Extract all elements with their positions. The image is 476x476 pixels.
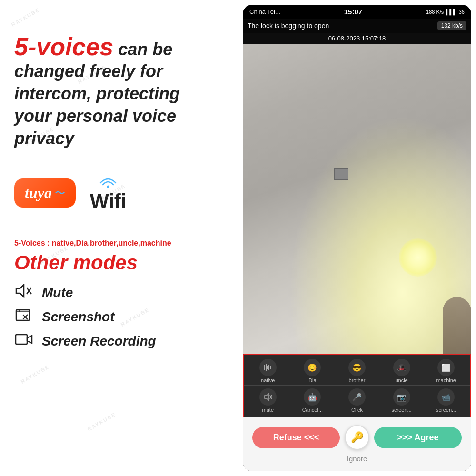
svg-rect-11 xyxy=(264,365,265,370)
tuya-wifi-section: tuya 〜 Wifi xyxy=(14,173,219,213)
svg-rect-12 xyxy=(266,364,267,371)
voice-native-btn[interactable]: native xyxy=(251,359,285,383)
screenshot-label: Screenshot xyxy=(42,309,115,325)
machine-icon: ⬜ xyxy=(437,359,455,376)
action-click-icon: 🎤 xyxy=(348,388,366,406)
battery-text: 36 xyxy=(459,9,465,15)
screen-recording-label: Screen Recording xyxy=(42,334,156,349)
action-cancel-label: Cancel... xyxy=(302,407,323,413)
mute-mode-item: Mute xyxy=(14,284,219,301)
light-source xyxy=(399,238,437,277)
svg-marker-16 xyxy=(265,394,268,400)
voice-uncle-btn[interactable]: 🎩 uncle xyxy=(385,359,418,383)
brother-icon: 😎 xyxy=(348,359,366,376)
voice-modes-panel: native 😊 Dia 😎 brother 🎩 uncle ⬜ machine xyxy=(243,354,471,417)
headline-normal-text: can be xyxy=(113,40,172,59)
status-bar: China Tel... 15:07 188 K/s ▌▌▌ 36 xyxy=(243,5,471,19)
screenshot-icon xyxy=(14,308,33,326)
signal-text: 188 K/s xyxy=(426,9,444,15)
native-icon xyxy=(259,359,277,376)
main-headline: 5-voices can be xyxy=(14,33,219,60)
camera-wall-bg xyxy=(243,44,471,354)
headline-bold-text: 5-voices xyxy=(14,33,113,60)
notification-bar: The lock is begging to open 132 kb/s xyxy=(243,19,471,33)
screen-recording-mode-item: Screen Recording xyxy=(14,332,219,350)
dia-icon: 😊 xyxy=(304,359,321,376)
mute-icon xyxy=(14,284,33,301)
right-panel: China Tel... 15:07 188 K/s ▌▌▌ 36 The lo… xyxy=(233,0,476,476)
other-modes-title: Other modes xyxy=(14,251,219,274)
machine-label: machine xyxy=(436,377,456,383)
action-mute-label: mute xyxy=(262,407,274,413)
action-screenshot-btn[interactable]: 📷 screen... xyxy=(385,388,418,413)
person-silhouette xyxy=(443,297,471,354)
wifi-label-text: Wifi xyxy=(90,190,127,213)
uncle-label: uncle xyxy=(395,377,407,383)
bottom-controls: Refuse <<< 🔑 >>> Agree Ignore xyxy=(243,417,471,471)
mute-label: Mute xyxy=(42,285,73,300)
action-click-btn[interactable]: 🎤 Click xyxy=(340,388,374,413)
signal-bars-icon: ▌▌▌ xyxy=(446,9,456,15)
status-right: 188 K/s ▌▌▌ 36 xyxy=(426,9,465,15)
refuse-agree-row: Refuse <<< 🔑 >>> Agree xyxy=(252,425,462,450)
voice-machine-btn[interactable]: ⬜ machine xyxy=(429,359,463,383)
svg-marker-10 xyxy=(27,336,32,343)
key-icon: 🔑 xyxy=(351,431,364,444)
time-text: 15:07 xyxy=(344,8,362,16)
action-click-label: Click xyxy=(351,407,363,413)
action-mode-row: mute 🤖 Cancel... 🎤 Click 📷 screen... 📹 s xyxy=(244,386,470,416)
agree-button[interactable]: >>> Agree xyxy=(374,427,462,448)
voices-list: 5-Voices : native,Dia,brother,uncle,mach… xyxy=(14,239,219,248)
screenshot-mode-item: Screenshot xyxy=(14,308,219,326)
svg-marker-1 xyxy=(16,285,24,297)
action-cancel-btn[interactable]: 🤖 Cancel... xyxy=(296,388,329,413)
tuya-wave-icon: 〜 xyxy=(55,186,65,200)
ignore-text[interactable]: Ignore xyxy=(252,455,462,467)
action-screen-record-btn[interactable]: 📹 screen... xyxy=(429,388,463,413)
action-cancel-icon: 🤖 xyxy=(304,388,321,406)
notification-text: The lock is begging to open xyxy=(248,22,329,30)
action-screen-record-label: screen... xyxy=(436,407,456,413)
date-bar: 06-08-2023 15:07:18 xyxy=(243,33,471,44)
svg-rect-15 xyxy=(270,366,271,369)
screen-recording-icon xyxy=(14,332,33,350)
action-screen-record-icon: 📹 xyxy=(437,388,455,406)
notification-speed: 132 kb/s xyxy=(437,21,466,30)
action-mute-btn[interactable]: mute xyxy=(251,388,285,413)
action-screenshot-icon: 📷 xyxy=(393,388,410,406)
dia-label: Dia xyxy=(308,377,317,383)
svg-rect-9 xyxy=(16,335,27,344)
camera-feed xyxy=(243,44,471,354)
svg-rect-13 xyxy=(267,366,268,369)
headline-line2: changed freely for intercom, protecting … xyxy=(14,60,219,149)
refuse-button[interactable]: Refuse <<< xyxy=(252,427,340,448)
svg-point-0 xyxy=(107,186,109,188)
wifi-area: Wifi xyxy=(90,173,127,213)
action-screenshot-label: screen... xyxy=(391,407,411,413)
headline-block: 5-voices can be changed freely for inter… xyxy=(14,33,219,149)
action-mute-icon xyxy=(259,388,277,406)
brother-label: brother xyxy=(349,377,366,383)
date-time-text: 06-08-2023 15:07:18 xyxy=(328,35,386,42)
wall-fixture xyxy=(334,168,348,180)
wifi-arcs-icon xyxy=(99,173,118,190)
tuya-logo-text: tuya xyxy=(25,184,52,202)
svg-rect-14 xyxy=(268,365,269,370)
native-label: native xyxy=(261,377,275,383)
carrier-text: China Tel... xyxy=(249,8,280,15)
voice-dia-btn[interactable]: 😊 Dia xyxy=(296,359,329,383)
uncle-icon: 🎩 xyxy=(393,359,410,376)
key-button[interactable]: 🔑 xyxy=(345,425,369,450)
voice-brother-btn[interactable]: 😎 brother xyxy=(340,359,374,383)
left-panel: 5-voices can be changed freely for inter… xyxy=(0,0,233,476)
tuya-logo: tuya 〜 xyxy=(14,178,76,208)
voice-mode-row: native 😊 Dia 😎 brother 🎩 uncle ⬜ machine xyxy=(244,355,470,386)
phone-frame: China Tel... 15:07 188 K/s ▌▌▌ 36 The lo… xyxy=(243,5,471,471)
